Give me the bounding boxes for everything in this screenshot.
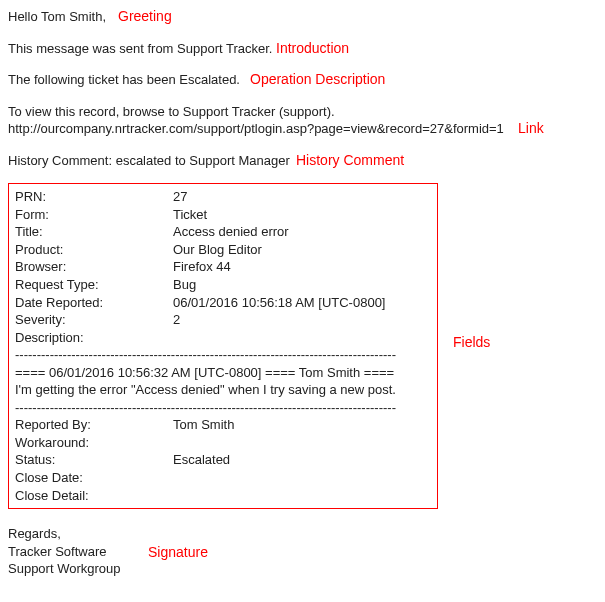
signature-line1: Regards, [8, 525, 597, 543]
field-row: Status:Escalated [15, 451, 431, 469]
signature-block: Regards, Tracker Software Support Workgr… [8, 525, 597, 578]
field-value: Tom Smith [173, 416, 431, 434]
field-row: Close Detail: [15, 487, 431, 505]
field-value: 06/01/2016 10:56:18 AM [UTC-0800] [173, 294, 431, 312]
signature-line3: Support Workgroup [8, 560, 597, 578]
field-label: Severity: [15, 311, 173, 329]
field-row: Browser:Firefox 44 [15, 258, 431, 276]
operation-row: The following ticket has been Escalated.… [8, 71, 597, 89]
field-label: Title: [15, 223, 173, 241]
field-value [173, 329, 431, 347]
field-value: Our Blog Editor [173, 241, 431, 259]
introduction-row: This message was sent from Support Track… [8, 40, 597, 58]
field-value: Bug [173, 276, 431, 294]
field-row: Description: [15, 329, 431, 347]
link-instruction: To view this record, browse to Support T… [8, 103, 597, 121]
link-url: http://ourcompany.nrtracker.com/support/… [8, 121, 504, 136]
field-label: Date Reported: [15, 294, 173, 312]
annotation-signature: Signature [148, 543, 208, 562]
field-label: Workaround: [15, 434, 173, 452]
annotation-link: Link [518, 119, 544, 138]
history-label: History Comment: [8, 153, 112, 168]
field-row: Reported By:Tom Smith [15, 416, 431, 434]
field-label: Close Date: [15, 469, 173, 487]
field-value [173, 487, 431, 505]
field-row: Severity:2 [15, 311, 431, 329]
signature-line2: Tracker Software [8, 543, 597, 561]
field-row: Close Date: [15, 469, 431, 487]
annotation-introduction: Introduction [276, 39, 349, 58]
field-value: Access denied error [173, 223, 431, 241]
annotation-operation: Operation Description [250, 70, 385, 89]
link-row: To view this record, browse to Support T… [8, 103, 597, 138]
desc-body: I'm getting the error "Access denied" wh… [15, 381, 431, 399]
field-value: 27 [173, 188, 431, 206]
field-row: Form:Ticket [15, 206, 431, 224]
greeting-row: Hello Tom Smith, Greeting [8, 8, 597, 26]
field-value: Escalated [173, 451, 431, 469]
introduction-text: This message was sent from Support Track… [8, 41, 272, 56]
history-text: escalated to Support Manager [116, 153, 290, 168]
field-label: Reported By: [15, 416, 173, 434]
field-row: PRN:27 [15, 188, 431, 206]
annotation-history: History Comment [296, 151, 404, 170]
field-label: Request Type: [15, 276, 173, 294]
field-row: Date Reported:06/01/2016 10:56:18 AM [UT… [15, 294, 431, 312]
field-value [173, 469, 431, 487]
field-label: Description: [15, 329, 173, 347]
annotation-greeting: Greeting [118, 7, 172, 26]
field-row: Workaround: [15, 434, 431, 452]
field-value [173, 434, 431, 452]
field-label: Status: [15, 451, 173, 469]
annotation-fields: Fields [453, 333, 490, 352]
desc-header: ==== 06/01/2016 10:56:32 AM [UTC-0800] =… [15, 364, 431, 382]
operation-text: The following ticket has been Escalated. [8, 72, 240, 87]
greeting-text: Hello Tom Smith, [8, 9, 106, 24]
history-row: History Comment: escalated to Support Ma… [8, 152, 597, 170]
field-label: Product: [15, 241, 173, 259]
field-value: Firefox 44 [173, 258, 431, 276]
field-label: PRN: [15, 188, 173, 206]
field-label: Close Detail: [15, 487, 173, 505]
divider-bottom: ----------------------------------------… [15, 399, 431, 417]
field-label: Form: [15, 206, 173, 224]
field-label: Browser: [15, 258, 173, 276]
field-row: Title:Access denied error [15, 223, 431, 241]
field-row: Request Type:Bug [15, 276, 431, 294]
field-row: Product:Our Blog Editor [15, 241, 431, 259]
fields-box: PRN:27Form:TicketTitle:Access denied err… [8, 183, 438, 509]
divider-top: ----------------------------------------… [15, 346, 431, 364]
field-value: 2 [173, 311, 431, 329]
fields-wrap: PRN:27Form:TicketTitle:Access denied err… [8, 183, 597, 509]
field-value: Ticket [173, 206, 431, 224]
